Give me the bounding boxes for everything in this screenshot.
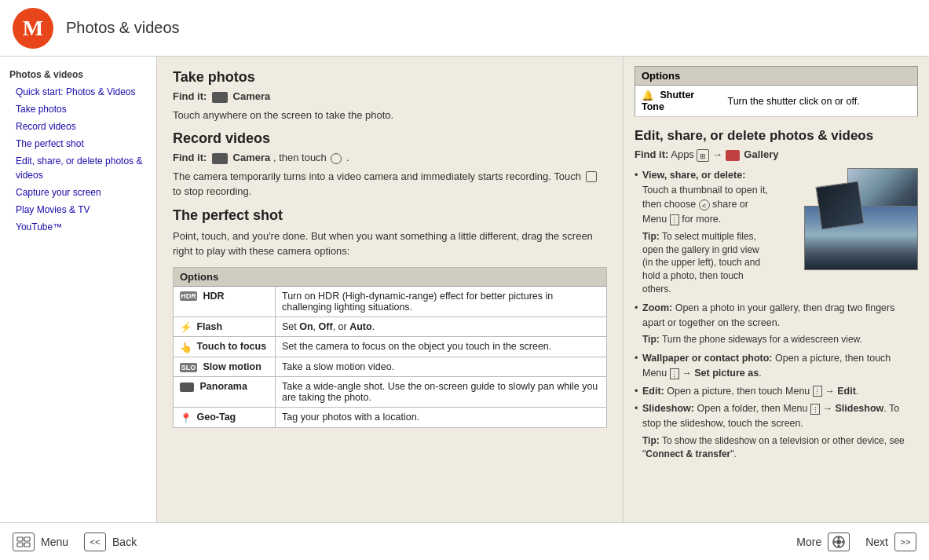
sidebar-item-perfect-shot[interactable]: The perfect shot <box>0 135 156 152</box>
more-button[interactable]: More <box>796 533 850 551</box>
touch-focus-desc: Set the camera to focus on the object yo… <box>276 337 607 357</box>
sidebar: Photos & videos Quick start: Photos & Vi… <box>0 57 157 522</box>
sidebar-item-take-photos[interactable]: Take photos <box>0 101 156 118</box>
camera-icon-inline2 <box>212 153 228 164</box>
footer-right: More Next >> <box>796 533 916 551</box>
sidebar-item-youtube[interactable]: YouTube™ <box>0 218 156 236</box>
next-button[interactable]: Next >> <box>865 533 916 551</box>
table-row: HDR HDR Turn on HDR (High-dynamic-range)… <box>174 286 607 317</box>
take-photos-findit: Find it: Camera <box>173 90 607 103</box>
table-row: 🔔 Shutter Tone Turn the shutter click on… <box>635 86 918 117</box>
hdr-desc: Turn on HDR (High-dynamic-range) effect … <box>276 286 607 317</box>
svg-rect-1 <box>24 537 30 541</box>
tip-zoom: Tip: Turn the phone sideways for a wides… <box>642 333 918 346</box>
shutter-tone-icon: 🔔 <box>642 90 654 101</box>
hdr-icon: HDR <box>180 291 197 301</box>
right-options-header: Options <box>635 67 918 86</box>
edit-share-title: Edit, share, or delete photos & videos <box>635 128 918 144</box>
back-icon: << <box>84 533 106 551</box>
panorama-icon <box>180 382 194 392</box>
flash-icon: ⚡ <box>180 321 191 332</box>
record-videos-body: The camera temporarily turns into a vide… <box>173 169 607 199</box>
find-it-extra: , then touch <box>273 152 330 163</box>
sidebar-item-edit-share[interactable]: Edit, share, or delete photos & videos <box>0 152 156 184</box>
options-table: Options HDR HDR Turn on HDR (High-dynami… <box>173 267 607 428</box>
bullet-zoom: Zoom: Open a photo in your gallery, then… <box>635 301 918 331</box>
footer: Menu << Back More Next >> <box>0 522 929 560</box>
bullet-edit: Edit: Open a picture, then touch Menu ⋮ … <box>635 384 918 399</box>
record-icon <box>331 153 342 164</box>
svg-rect-0 <box>17 537 23 541</box>
right-find-it: Find it: Apps ⊞ → Gallery <box>635 148 918 162</box>
photo-overlap <box>815 181 864 229</box>
apps-label: Apps <box>671 148 697 160</box>
geo-tag-label: 📍 Geo-Tag <box>174 408 276 428</box>
logo-m: M <box>23 16 43 41</box>
shutter-tone-desc: Turn the shutter click on or off. <box>722 86 918 117</box>
flash-label: ⚡ Flash <box>174 317 276 337</box>
panorama-desc: Take a wide-angle shot. Use the on-scree… <box>276 377 607 408</box>
apps-icon: ⊞ <box>697 149 709 162</box>
shutter-tone-label: 🔔 Shutter Tone <box>635 86 722 117</box>
menu-button[interactable]: Menu <box>13 533 68 551</box>
sidebar-item-record-videos[interactable]: Record videos <box>0 118 156 135</box>
right-panel: Options 🔔 Shutter Tone Turn the shutter … <box>623 57 929 522</box>
more-icon <box>828 533 850 551</box>
gallery-label: Gallery <box>744 148 778 160</box>
record-videos-title: Record videos <box>173 130 607 147</box>
find-it-label2: Find it: <box>173 152 207 163</box>
right-options-table: Options 🔔 Shutter Tone Turn the shutter … <box>635 66 918 117</box>
take-photos-body: Touch anywhere on the screen to take the… <box>173 108 607 123</box>
more-label: More <box>796 536 821 548</box>
bullet-slideshow: Slideshow: Open a folder, then Menu ⋮ → … <box>635 401 918 431</box>
touch-focus-icon: 👆 <box>180 342 191 353</box>
next-label: Next <box>865 536 888 548</box>
menu-icon <box>13 533 35 551</box>
panorama-label: Panorama <box>174 377 276 408</box>
svg-rect-2 <box>17 543 23 547</box>
camera-icon-inline <box>212 92 228 103</box>
options-table-header: Options <box>174 267 607 286</box>
geo-tag-desc: Tag your photos with a location. <box>276 408 607 428</box>
touch-focus-label: 👆 Touch to focus <box>174 337 276 357</box>
slow-motion-desc: Take a slow motion video. <box>276 357 607 377</box>
back-label: Back <box>112 536 137 548</box>
svg-point-9 <box>842 540 844 543</box>
table-row: 📍 Geo-Tag Tag your photos with a locatio… <box>174 408 607 428</box>
take-photos-title: Take photos <box>173 69 607 86</box>
sidebar-item-capture-screen[interactable]: Capture your screen <box>0 184 156 201</box>
svg-point-6 <box>838 536 840 539</box>
table-row: SLO Slow motion Take a slow motion video… <box>174 357 607 377</box>
slow-motion-icon: SLO <box>180 363 197 372</box>
sidebar-item-quick-start[interactable]: Quick start: Photos & Videos <box>0 83 156 101</box>
perfect-shot-body: Point, touch, and you're done. But when … <box>173 229 607 259</box>
camera-label2: Camera <box>233 152 271 163</box>
table-row: ⚡ Flash Set On, Off, or Auto. <box>174 317 607 337</box>
svg-point-8 <box>834 540 836 543</box>
page-title: Photos & videos <box>66 19 180 37</box>
arrow-right: → <box>712 148 726 160</box>
sidebar-item-photos-videos[interactable]: Photos & videos <box>0 66 156 83</box>
svg-point-5 <box>836 540 841 544</box>
flash-desc: Set On, Off, or Auto. <box>276 317 607 337</box>
find-it-extra2: . <box>346 152 349 163</box>
back-button[interactable]: << Back <box>84 533 137 551</box>
find-it-label-right: Find it: <box>635 148 668 160</box>
tip-slideshow: Tip: To show the slideshow on a televisi… <box>642 434 918 461</box>
table-row: 👆 Touch to focus Set the camera to focus… <box>174 337 607 357</box>
menu-label: Menu <box>41 536 68 548</box>
svg-rect-3 <box>24 543 30 547</box>
content-area: Take photos Find it: Camera Touch anywhe… <box>157 57 623 522</box>
hdr-label: HDR HDR <box>174 286 276 317</box>
header: M Photos & videos <box>0 0 929 57</box>
table-row: Panorama Take a wide-angle shot. Use the… <box>174 377 607 408</box>
geo-tag-icon: 📍 <box>180 412 191 423</box>
perfect-shot-title: The perfect shot <box>173 207 607 224</box>
find-it-label: Find it: <box>173 90 207 102</box>
camera-label: Camera <box>233 90 271 102</box>
slow-motion-label: SLO Slow motion <box>174 357 276 377</box>
footer-left: Menu << Back <box>13 533 137 551</box>
record-videos-findit: Find it: Camera , then touch . <box>173 152 607 164</box>
next-icon: >> <box>894 533 916 551</box>
sidebar-item-play-movies[interactable]: Play Movies & TV <box>0 201 156 218</box>
